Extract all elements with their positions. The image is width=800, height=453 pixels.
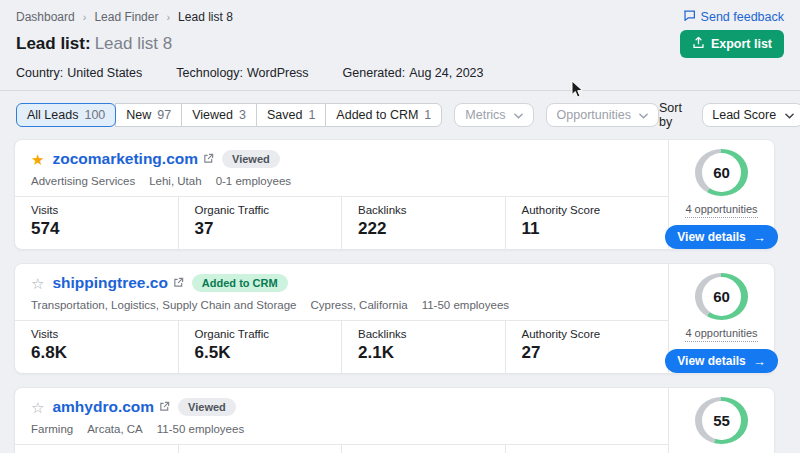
arrow-right-icon: → <box>753 355 766 368</box>
star-icon[interactable]: ☆ <box>31 276 44 291</box>
view-details-button[interactable]: View details→ <box>665 349 777 373</box>
external-link-icon <box>203 150 214 168</box>
metric-organic-traffic: Organic Traffic 37 <box>179 197 343 249</box>
breadcrumb-item-lead-finder[interactable]: Lead Finder <box>94 10 158 24</box>
tab-count: 97 <box>157 108 171 122</box>
lead-employees: 0-1 employees <box>216 175 291 187</box>
metric-authority-score: Authority Score 27 <box>506 321 669 373</box>
upload-icon <box>692 36 705 52</box>
filter-country: Country:United States <box>16 66 142 80</box>
chevron-down-icon <box>514 108 523 122</box>
tab-count: 1 <box>308 108 315 122</box>
lead-industry: Transportation, Logistics, Supply Chain … <box>31 299 297 311</box>
lead-score-ring: 60 <box>695 273 748 320</box>
tab-count: 3 <box>239 108 246 122</box>
lead-domain-link[interactable]: amhydro.com <box>52 398 170 416</box>
star-icon[interactable]: ★ <box>31 152 44 167</box>
lead-score-value: 60 <box>702 277 741 316</box>
opportunities-link[interactable]: 4 opportunities <box>685 201 757 219</box>
arrow-right-icon: → <box>753 231 766 244</box>
lead-card-list: ★ zocomarketing.com Viewed Advertising S… <box>0 138 800 453</box>
opportunities-link[interactable]: 3 opportunities <box>685 449 757 453</box>
tab-saved[interactable]: Saved1 <box>256 103 326 127</box>
metric-authority-score: Authority Score <box>506 445 669 453</box>
tab-count: 100 <box>84 108 105 122</box>
lead-score-panel: 60 4 opportunities View details→ <box>668 140 774 249</box>
lead-score-panel: 55 3 opportunities View details→ <box>668 388 774 453</box>
chevron-down-icon <box>785 108 794 122</box>
metric-visits: Visits 574 <box>15 197 179 249</box>
breadcrumb-separator-icon: › <box>166 11 170 23</box>
lead-status-tabs: All Leads100 New97 Viewed3 Saved1 Added … <box>16 103 442 127</box>
view-details-button[interactable]: View details→ <box>665 225 777 249</box>
chevron-down-icon <box>639 108 648 122</box>
tab-viewed[interactable]: Viewed3 <box>181 103 257 127</box>
breadcrumb-separator-icon: › <box>83 11 87 23</box>
metric-organic-traffic: Organic Traffic 6.5K <box>179 321 343 373</box>
metric-authority-score: Authority Score 11 <box>506 197 669 249</box>
lead-domain-link[interactable]: zocomarketing.com <box>52 150 214 168</box>
tab-count: 1 <box>424 108 431 122</box>
export-list-label: Export list <box>711 37 772 51</box>
speech-bubble-icon <box>683 9 696 25</box>
metrics-dropdown[interactable]: Metrics <box>454 103 533 127</box>
lead-location: Cypress, California <box>311 299 408 311</box>
lead-score-value: 60 <box>702 153 741 192</box>
lead-score-ring: 55 <box>695 397 748 444</box>
page-title-value: Lead list 8 <box>95 34 173 53</box>
send-feedback-label: Send feedback <box>701 10 784 24</box>
lead-score-panel: 60 4 opportunities View details→ <box>668 264 774 373</box>
metric-visits: Visits <box>15 445 179 453</box>
breadcrumb: Dashboard › Lead Finder › Lead list 8 <box>16 10 233 24</box>
metric-backlinks: Backlinks <box>342 445 506 453</box>
lead-employees: 11-50 employees <box>422 299 509 311</box>
lead-score-value: 55 <box>702 401 741 440</box>
breadcrumb-item-current: Lead list 8 <box>178 10 233 24</box>
opportunities-dropdown[interactable]: Opportunities <box>546 103 659 127</box>
lead-domain-link[interactable]: shippingtree.co <box>52 274 183 292</box>
tab-new[interactable]: New97 <box>115 103 182 127</box>
status-badge: Added to CRM <box>192 274 288 292</box>
list-filters: Country:United States Technology:WordPre… <box>16 66 784 80</box>
lead-employees: 11-50 employees <box>157 423 244 435</box>
metric-backlinks: Backlinks 222 <box>342 197 506 249</box>
lead-info: Farming Arcata, CA 11-50 employees <box>31 423 652 435</box>
lead-card: ☆ shippingtree.co Added to CRM Transport… <box>14 263 775 374</box>
lead-industry: Advertising Services <box>31 175 135 187</box>
lead-location: Lehi, Utah <box>149 175 201 187</box>
tab-added-to-crm[interactable]: Added to CRM1 <box>325 103 442 127</box>
status-badge: Viewed <box>178 398 236 416</box>
status-badge: Viewed <box>222 150 280 168</box>
sort-by-label: Sort by <box>659 101 694 129</box>
lead-metrics: Visits 574 Organic Traffic 37 Backlinks … <box>15 196 668 249</box>
breadcrumb-item-dashboard[interactable]: Dashboard <box>16 10 75 24</box>
filter-technology: Technology:WordPress <box>176 66 308 80</box>
tab-all-leads[interactable]: All Leads100 <box>16 103 116 127</box>
opportunities-link[interactable]: 4 opportunities <box>685 325 757 343</box>
lead-card: ☆ amhydro.com Viewed Farming Arcata, CA … <box>14 387 775 453</box>
metric-visits: Visits 6.8K <box>15 321 179 373</box>
leads-toolbar: All Leads100 New97 Viewed3 Saved1 Added … <box>0 91 800 138</box>
sort-select[interactable]: Lead Score <box>702 103 800 127</box>
lead-info: Transportation, Logistics, Supply Chain … <box>31 299 652 311</box>
export-list-button[interactable]: Export list <box>680 30 784 58</box>
lead-card: ★ zocomarketing.com Viewed Advertising S… <box>14 139 775 250</box>
send-feedback-link[interactable]: Send feedback <box>683 9 784 25</box>
lead-location: Arcata, CA <box>87 423 143 435</box>
lead-metrics: Visits Organic Traffic Backlinks Authori… <box>15 444 668 453</box>
page-title: Lead list:Lead list 8 <box>16 34 172 54</box>
external-link-icon <box>173 274 184 292</box>
metric-organic-traffic: Organic Traffic <box>179 445 343 453</box>
external-link-icon <box>159 398 170 416</box>
lead-info: Advertising Services Lehi, Utah 0-1 empl… <box>31 175 652 187</box>
star-icon[interactable]: ☆ <box>31 400 44 415</box>
lead-score-ring: 60 <box>695 149 748 196</box>
metric-backlinks: Backlinks 2.1K <box>342 321 506 373</box>
lead-industry: Farming <box>31 423 73 435</box>
filter-generated: Generated:Aug 24, 2023 <box>343 66 484 80</box>
sort-select-value: Lead Score <box>712 108 776 122</box>
lead-metrics: Visits 6.8K Organic Traffic 6.5K Backlin… <box>15 320 668 373</box>
page-header: Dashboard › Lead Finder › Lead list 8 Se… <box>0 0 800 91</box>
